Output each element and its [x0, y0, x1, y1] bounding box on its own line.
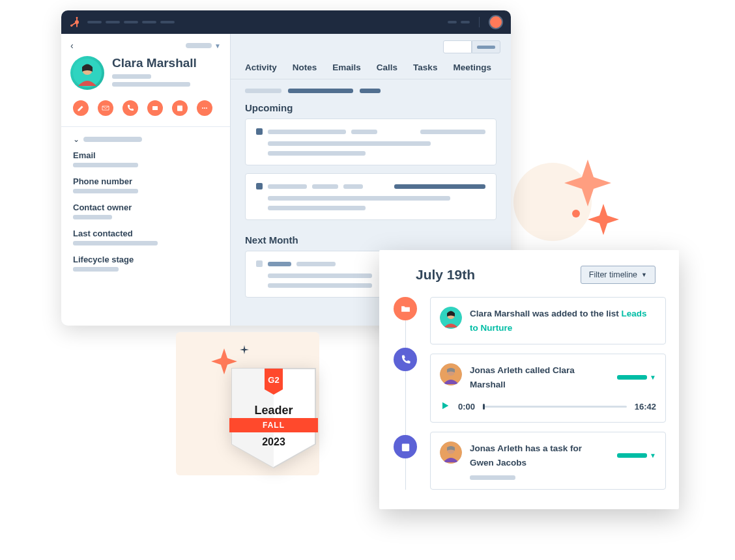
svg-point-10 [206, 107, 207, 109]
placeholder [73, 241, 158, 245]
tab-bar: Activity Notes Emails Calls Tasks Meetin… [231, 53, 511, 79]
hubspot-logo-icon [69, 16, 81, 28]
svg-point-8 [202, 107, 203, 109]
back-button[interactable]: ‹ [70, 40, 74, 51]
tab-activity[interactable]: Activity [245, 63, 277, 72]
activity-card[interactable] [245, 119, 497, 165]
more-icon[interactable] [197, 100, 212, 116]
chevron-down-icon: ▼ [641, 272, 647, 278]
folder-icon [394, 297, 417, 320]
field-owner[interactable]: Contact owner [73, 203, 218, 219]
svg-rect-5 [152, 106, 158, 110]
timeline-entry[interactable]: Jonas Arleth has a task for Gwen Jacobs … [430, 432, 666, 489]
player-start-time: 0:00 [458, 402, 475, 412]
play-button[interactable] [440, 400, 450, 413]
placeholder [73, 189, 138, 193]
placeholder [83, 137, 142, 142]
badge-title: Leader [229, 404, 318, 417]
nav-items-placeholder [448, 21, 470, 23]
svg-rect-14 [401, 443, 409, 445]
phone-icon [394, 348, 417, 371]
sparkle-icon [588, 204, 619, 235]
placeholder [288, 89, 353, 93]
section-next-month: Next Month [231, 228, 511, 251]
placeholder [245, 89, 281, 93]
svg-rect-6 [177, 106, 182, 111]
view-toggle-a[interactable] [443, 40, 472, 53]
timeline-entry[interactable]: Jonas Arleth called Clara Marshall ▼ 0:0… [430, 354, 666, 423]
filter-timeline-button[interactable]: Filter timeline ▼ [581, 266, 656, 284]
placeholder [73, 215, 112, 219]
actions-dropdown[interactable]: ▼ [186, 42, 221, 49]
placeholder [470, 475, 515, 480]
placeholder [73, 163, 138, 167]
contact-avatar[interactable] [70, 56, 104, 90]
svg-rect-7 [177, 105, 182, 107]
placeholder [112, 74, 151, 79]
contact-name: Clara Marshall [112, 56, 197, 70]
g2-leader-badge: G2 Leader FALL 2023 [229, 366, 318, 470]
tab-tasks[interactable]: Tasks [413, 63, 437, 72]
avatar-icon [440, 307, 462, 329]
player-end-time: 16:42 [635, 402, 656, 412]
decorative-dot [572, 210, 580, 217]
svg-text:G2: G2 [268, 375, 279, 385]
chevron-down-icon: ▼ [650, 374, 656, 381]
avatar-icon [440, 363, 462, 385]
placeholder [73, 267, 119, 272]
chevron-down-icon: ⌄ [73, 135, 79, 144]
sparkle-icon [564, 160, 611, 206]
log-icon[interactable] [147, 100, 163, 116]
view-toggle-b[interactable] [472, 40, 500, 53]
section-upcoming: Upcoming [231, 96, 511, 119]
email-icon[interactable] [98, 100, 113, 116]
contact-sidebar: ‹ ▼ Clara Marshall [61, 34, 231, 326]
activity-card[interactable] [245, 173, 497, 220]
field-phone[interactable]: Phone number [73, 176, 218, 193]
top-nav [61, 10, 511, 34]
status-dropdown[interactable]: ▼ [617, 441, 656, 469]
timeline-entry[interactable]: Clara Marshall was added to the list Lea… [430, 297, 666, 344]
audio-track[interactable] [483, 406, 627, 408]
user-avatar-icon[interactable] [489, 15, 503, 29]
svg-point-2 [70, 25, 72, 27]
badge-year: 2023 [229, 436, 318, 448]
chevron-down-icon: ▼ [650, 452, 656, 459]
task-icon[interactable] [172, 100, 188, 116]
timeline-date: July 19th [416, 267, 475, 283]
tab-notes[interactable]: Notes [293, 63, 317, 72]
chevron-down-icon: ▼ [214, 42, 221, 49]
svg-point-9 [204, 107, 205, 109]
call-icon[interactable] [122, 100, 138, 116]
avatar-icon [440, 441, 462, 464]
sparkle-icon [240, 345, 249, 354]
timeline-panel: July 19th Filter timeline ▼ [379, 250, 679, 509]
tab-meetings[interactable]: Meetings [453, 63, 491, 72]
edit-icon[interactable] [73, 100, 89, 116]
placeholder [360, 89, 381, 93]
nav-items-placeholder [87, 21, 175, 23]
field-last-contacted[interactable]: Last contacted [73, 229, 218, 245]
placeholder [112, 82, 190, 87]
calendar-icon [394, 435, 417, 458]
field-lifecycle[interactable]: Lifecycle stage [73, 255, 218, 272]
status-dropdown[interactable]: ▼ [617, 363, 656, 391]
svg-point-1 [76, 17, 78, 19]
expand-section[interactable]: ⌄ [73, 135, 218, 144]
field-email[interactable]: Email [73, 150, 218, 167]
tab-emails[interactable]: Emails [332, 63, 361, 72]
badge-season: FALL [229, 421, 318, 430]
tab-calls[interactable]: Calls [377, 63, 397, 72]
